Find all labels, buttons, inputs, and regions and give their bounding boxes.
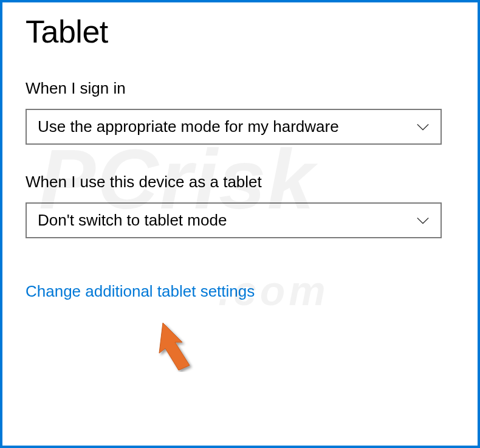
chevron-down-icon [416, 120, 430, 134]
change-additional-settings-link[interactable]: Change additional tablet settings [26, 282, 255, 301]
sign-in-dropdown[interactable]: Use the appropriate mode for my hardware [26, 109, 442, 145]
page-title: Tablet [26, 13, 454, 50]
sign-in-label: When I sign in [26, 79, 454, 98]
setting-group-sign-in: When I sign in Use the appropriate mode … [26, 79, 454, 145]
annotation-arrow-icon [157, 320, 201, 374]
sign-in-dropdown-value: Use the appropriate mode for my hardware [38, 117, 339, 136]
settings-window: PCrisk .com Tablet When I sign in Use th… [0, 0, 480, 448]
setting-group-device-tablet: When I use this device as a tablet Don't… [26, 173, 454, 238]
chevron-down-icon [416, 214, 430, 227]
device-tablet-label: When I use this device as a tablet [26, 173, 454, 191]
device-tablet-dropdown-value: Don't switch to tablet mode [38, 211, 227, 230]
device-tablet-dropdown[interactable]: Don't switch to tablet mode [26, 202, 442, 238]
